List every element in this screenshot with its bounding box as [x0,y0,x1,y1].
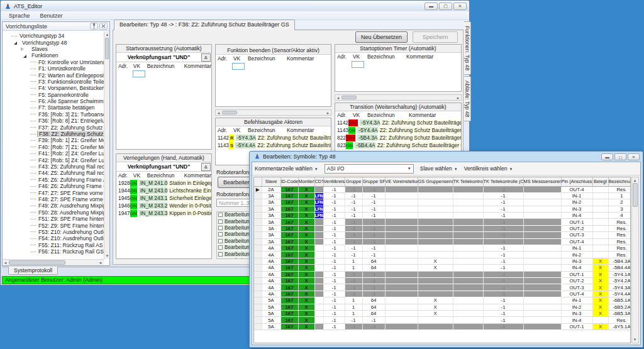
tree-expander-icon[interactable] [30,219,36,223]
symbol-row[interactable]: 4A 167 X -1 1 64 X -1 [254,265,631,271]
symbol-row[interactable]: 5A 167 X -1 -1 -1 -1 [254,317,631,323]
header-ms[interactable]: MS Messsensoren [523,177,561,186]
tree-item[interactable]: F36: [Rob: 8] Z1: Entriegelungsanschl [3,118,104,124]
link-type-button[interactable]: & [201,163,211,171]
symbol-row[interactable]: 5A 167 X -1 1 64 X -1 [254,297,631,304]
source-combobox[interactable]: ASI I/O▼ [325,164,414,174]
minimize-button[interactable]: ▬ [425,3,438,10]
actuator-row[interactable]: 1142 R -5Y4.3A Z2: Zuführung Schutz Baut… [216,134,331,141]
tree-item[interactable]: Vorrichtungstyp 34 [3,33,104,39]
minimize-button[interactable]: ▬ [601,153,613,160]
scroll-right-icon[interactable]: ► [455,96,461,101]
tree-expander-icon[interactable] [30,199,36,202]
tree-item[interactable]: F53: Z10: Ausdrehung Outletpipe AS [3,229,104,235]
symbol-row[interactable]: 4A 167 X -1 -1 -1 -1 [254,291,631,297]
tree-expander-icon[interactable] [30,134,36,138]
valve-circuit-dropdown[interactable]: Ventilkreis wählen▼ [464,165,513,172]
tree-item[interactable]: F0: Kontrolle vor Umrüsten(Vorrichtung [3,59,104,65]
scroll-left-icon[interactable]: ◄ [216,111,221,116]
link-type-button[interactable]: & [201,53,211,62]
interlock-row[interactable]: 1947 ON IN_M 243.3 Kippen in 0-Position [116,209,211,217]
tree-item[interactable]: F44: Z5: Zuführung Rail rechts GS [3,170,104,176]
symbol-row[interactable]: 3A 167 X -1 -1 -1 -1 [254,238,631,245]
table-vertical-scrollbar[interactable]: ▲ ▼ [631,177,639,343]
tree-expander-icon[interactable] [30,231,36,235]
save-button[interactable]: Speichern [413,31,458,43]
symbol-row[interactable]: 3A 167 X LFN -1 -1 -1 -1 [254,213,631,219]
titlebar[interactable]: ATS_Editor ▬ ▢ ✕ [1,1,469,11]
tree-item[interactable]: F43: Z5: Zuführung Rail rechts AS [3,163,104,170]
tree-expander-icon[interactable] [30,121,36,125]
symbol-row[interactable]: 5A 167 X -1 1 64 X -1 [254,310,631,316]
tree-expander-icon[interactable] [21,55,26,58]
symbol-row[interactable]: 3A 167 X LFN -1 -1 -1 -1 [254,192,631,199]
tree-expander-icon[interactable] [30,167,36,170]
tree-expander-icon[interactable] [30,160,36,163]
tree-expander-icon[interactable] [30,147,36,150]
header-gs[interactable]: GS Gruppensensor [418,177,453,186]
comment-row-dropdown[interactable]: Kommentarzeile wählen▼ [255,165,318,172]
tree-item[interactable]: F45: Z6: Zuführung Frame AS [3,177,104,183]
scroll-up-icon[interactable]: ▲ [104,32,110,37]
checkbox[interactable] [218,219,223,224]
tree-expander-icon[interactable] [30,114,36,118]
scroll-right-icon[interactable]: ► [325,111,331,116]
actuator-row[interactable]: 1143 S -5Y4.4A Z2: Zuführung Schutz Baut… [216,141,331,149]
interlock-row[interactable]: 1928 ON IN_M 241.0 Station in Einlegepos… [116,179,211,187]
close-button[interactable]: ✕ [628,153,640,160]
tree-item[interactable]: F52: Z9: SPE Frame hinten GS [3,222,104,228]
tree-item[interactable]: F37: Z2: Zuführung Schutz Bauteilträg [3,124,104,130]
maximize-button[interactable]: ▢ [439,3,452,10]
tree-expander-icon[interactable] [30,69,36,72]
tree-expander-icon[interactable] [30,186,36,190]
tree-expander-icon[interactable] [30,179,36,183]
horizontal-scrollbar[interactable]: ◄ ► [215,109,331,116]
scroll-left-icon[interactable]: ◄ [335,96,341,101]
symbol-row[interactable]: 5A 167 X -1 -1 -1 -1 [254,323,631,330]
tree-item[interactable]: F46: Z6: Zuführung Frame GS [3,183,104,189]
header-cdt[interactable]: CDT [314,177,323,186]
tree-item[interactable]: Slaves [3,46,104,52]
tree-item[interactable]: F39: [Rob: 1] Z1: Greifer Modul AS (AF [3,137,104,143]
tree-item[interactable]: F3: Funktionskontrolle Teilekontrollen [3,79,104,85]
header-ve[interactable]: VE Voreinstellung [385,177,418,186]
tree-expander-icon[interactable] [30,238,36,242]
transition-row[interactable]: 822 OFF -5B4.3A Z2: Zuführung Schutz Bau… [335,134,461,141]
menu-item[interactable]: Benutzer [36,13,67,19]
scroll-up-icon[interactable]: ▲ [632,178,638,183]
menu-item[interactable]: Sprache [4,13,35,19]
header-pin[interactable]: Pin (Anschluss) [561,177,592,186]
transition-row[interactable]: 823 ON -5B4.4A Z2: Zuführung Schutz Baut… [335,141,461,149]
tree-expander-icon[interactable] [30,101,36,105]
tree-expander-icon[interactable] [30,206,36,209]
symbol-row[interactable]: 3A 167 X -1 -1 -1 -1 [254,219,631,225]
tab-ablaeufe[interactable]: Abläufe: Typ 48 [464,76,471,121]
tree-expander-icon[interactable] [30,88,36,92]
symbol-row[interactable]: 3A 167 X LFN -1 -1 -1 -1 [254,199,631,206]
tree-expander-icon[interactable] [30,252,36,255]
tree-item[interactable]: F49: Z8: Ausdrehung Mixpipe AS [3,202,104,209]
tab-systemprotokoll[interactable]: Systemprotokoll [8,267,58,275]
tree-item[interactable]: F41: [Rob: 2] Z4: Greifer Luftanlagekor [3,150,104,157]
checkbox[interactable] [218,245,223,250]
checkbox[interactable] [218,232,223,236]
header-ventilkreis[interactable]: Ventilkreis [323,177,345,186]
header-id-code[interactable]: ID-Code [280,177,298,186]
tree-expander-icon[interactable] [11,42,17,45]
scroll-right-icon[interactable]: ► [98,260,104,265]
tree-expander-icon[interactable] [30,173,36,177]
pin-icon[interactable] [90,23,98,30]
header-gruppe-spk[interactable]: Gruppe SPK [362,177,385,186]
tree-item[interactable]: F5: Spannerkontrolle [3,92,104,98]
tree-item[interactable]: F6: Alle Spanner Schwimmstellung [3,98,104,104]
tree-item[interactable]: F55: Z11: Rückzug Rail AS [3,242,104,248]
tree-expander-icon[interactable] [30,225,36,229]
scroll-down-icon[interactable]: ▼ [104,253,110,258]
symbol-row[interactable]: 5A 167 X -1 1 64 X -1 [254,304,631,310]
tree-item[interactable]: F54: Z10: Ausdrehung Outletpipe GS [3,235,104,241]
scroll-left-icon[interactable]: ◄ [3,260,8,265]
interlock-row[interactable]: 1945 ON IN_M 243.1 Sicherheit Einleger a… [116,194,211,202]
dialog-titlebar[interactable]: Bearbeiten: Symbole: Typ 48 ▬ ▢ ✕ [252,152,641,161]
tree-item[interactable]: F51: Z9: SPE Frame hinten AS [3,216,104,222]
header-gruppe[interactable]: Gruppe [345,177,362,186]
